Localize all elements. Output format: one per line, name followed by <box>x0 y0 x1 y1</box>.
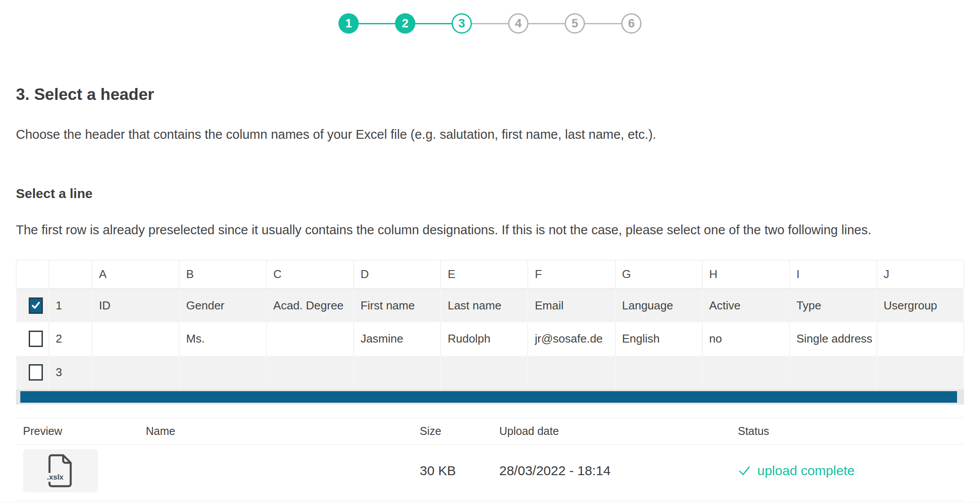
column-letter-header: F <box>528 260 615 289</box>
column-letter-header: E <box>441 260 528 289</box>
check-icon <box>738 464 751 477</box>
sheet-cell <box>703 356 790 389</box>
sheet-preview: A B C D E F G H I J <box>16 260 964 404</box>
step-4[interactable]: 4 <box>508 13 528 34</box>
step-5[interactable]: 5 <box>565 13 585 34</box>
check-icon <box>31 301 41 310</box>
file-extension-label: .xslx <box>46 473 64 482</box>
step-2[interactable]: 2 <box>395 13 415 34</box>
sheet-row-3[interactable]: 3 <box>16 356 964 389</box>
import-wizard-page: 1 2 3 4 5 6 3. Select a header Choose th… <box>0 13 980 501</box>
sheet-table: A B C D E F G H I J <box>16 260 964 389</box>
checkbox-column-header <box>16 260 49 289</box>
step-connector <box>415 23 452 24</box>
upload-status-text: upload complete <box>757 463 855 478</box>
sheet-cell: English <box>615 322 702 356</box>
page-bottom-fade <box>0 501 980 503</box>
sheet-cell: Usergroup <box>877 289 964 322</box>
column-letter-header: B <box>179 260 266 289</box>
row-number-column-header <box>49 260 92 289</box>
file-upload-date: 28/03/2022 - 18:14 <box>499 463 738 478</box>
page-title: 3. Select a header <box>16 85 964 104</box>
preview-column-header: Preview <box>16 425 146 438</box>
sheet-row-1[interactable]: 1 ID Gender Acad. Degree First name Last… <box>16 289 964 322</box>
sheet-cell: Language <box>615 289 702 322</box>
horizontal-scrollbar[interactable] <box>16 389 964 404</box>
sheet-cell: Single address <box>790 322 877 356</box>
upload-date-column-header: Upload date <box>499 425 738 438</box>
sheet-cell <box>615 356 702 389</box>
row-1-select-checkbox[interactable] <box>29 297 43 314</box>
sheet-cell: First name <box>353 289 441 322</box>
name-column-header: Name <box>146 425 420 438</box>
row-number: 2 <box>49 322 92 356</box>
sheet-cell <box>528 356 615 389</box>
row-2-select-checkbox[interactable] <box>29 331 43 347</box>
sheet-cell: Type <box>790 289 877 322</box>
column-letter-header: G <box>615 260 702 289</box>
column-letter-header: A <box>92 260 179 289</box>
wizard-stepper: 1 2 3 4 5 6 <box>16 13 964 34</box>
sheet-row-2[interactable]: 2 Ms. Jasmine Rudolph jr@sosafe.de Engli… <box>16 322 964 356</box>
sheet-cell: Last name <box>441 289 528 322</box>
step-connector <box>585 23 621 24</box>
step-1[interactable]: 1 <box>338 13 359 34</box>
step-connector <box>528 23 565 24</box>
sheet-cell: no <box>703 322 790 356</box>
sheet-cell <box>877 356 964 389</box>
column-letter-header: C <box>266 260 353 289</box>
sheet-cell <box>353 356 441 389</box>
size-column-header: Size <box>420 425 499 438</box>
sheet-cell: Rudolph <box>441 322 528 356</box>
upload-status: upload complete <box>738 463 964 478</box>
column-letter-header: D <box>353 260 441 289</box>
sheet-cell: Ms. <box>179 322 266 356</box>
sheet-cell <box>266 322 353 356</box>
sheet-cell <box>790 356 877 389</box>
column-letter-header: H <box>703 260 790 289</box>
sheet-cell: Gender <box>179 289 266 322</box>
file-table-header: Preview Name Size Upload date Status <box>16 418 964 445</box>
step-6[interactable]: 6 <box>621 13 642 34</box>
sheet-cell <box>266 356 353 389</box>
select-line-title: Select a line <box>16 185 964 202</box>
row-number: 3 <box>49 356 92 389</box>
column-letter-header: I <box>790 260 877 289</box>
sheet-column-header-row: A B C D E F G H I J <box>16 260 964 289</box>
status-column-header: Status <box>738 425 964 438</box>
step-connector <box>359 23 395 24</box>
file-row: .xslx 30 KB 28/03/2022 - 18:14 upload co… <box>16 445 964 501</box>
sheet-cell <box>441 356 528 389</box>
sheet-cell <box>179 356 266 389</box>
step-connector <box>472 23 508 24</box>
file-size: 30 KB <box>420 463 499 478</box>
step-3[interactable]: 3 <box>452 13 472 34</box>
row-number: 1 <box>49 289 92 322</box>
sheet-cell: Active <box>703 289 790 322</box>
sheet-cell <box>877 322 964 356</box>
scrollbar-thumb[interactable] <box>20 391 957 403</box>
row-3-select-checkbox[interactable] <box>29 364 43 381</box>
sheet-cell: jr@sosafe.de <box>528 322 615 356</box>
column-letter-header: J <box>877 260 964 289</box>
sheet-cell: Email <box>528 289 615 322</box>
sheet-cell: Jasmine <box>353 322 441 356</box>
file-preview: .xslx <box>23 449 98 492</box>
select-line-description: The first row is already preselected sin… <box>16 222 964 238</box>
sheet-cell: Acad. Degree <box>266 289 353 322</box>
page-description: Choose the header that contains the colu… <box>16 126 964 142</box>
xlsx-file-icon: .xslx <box>48 454 73 488</box>
sheet-cell: ID <box>92 289 179 322</box>
uploaded-file-table: Preview Name Size Upload date Status .xs… <box>16 418 964 501</box>
sheet-cell <box>92 356 179 389</box>
sheet-cell <box>92 322 179 356</box>
